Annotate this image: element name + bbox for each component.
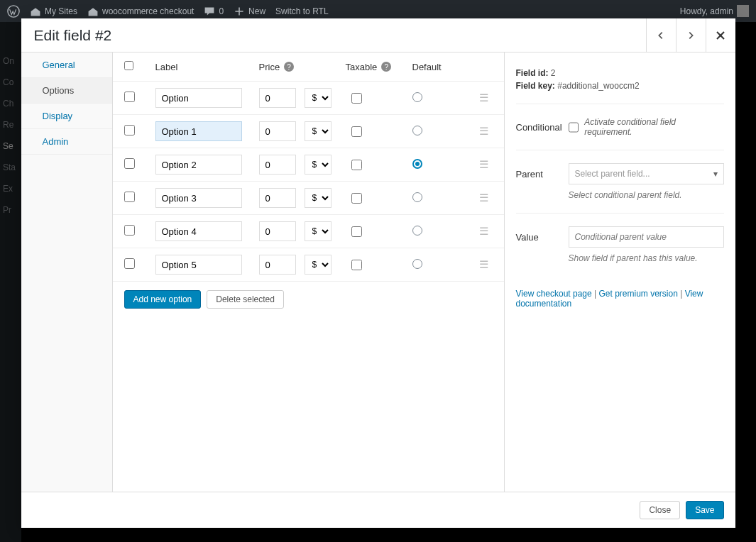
- row-checkbox[interactable]: [124, 158, 135, 169]
- price-input[interactable]: [259, 188, 296, 208]
- new-link[interactable]: New: [234, 6, 265, 17]
- modal-overlay: Edit field #2 General Options Display Ad…: [0, 22, 756, 542]
- price-input[interactable]: [259, 221, 296, 241]
- wordpress-icon[interactable]: [7, 5, 20, 18]
- label-input[interactable]: [155, 121, 242, 141]
- option-row: $ ▾☰: [113, 248, 504, 282]
- chevron-down-icon: ▾: [713, 169, 718, 179]
- taxable-checkbox[interactable]: [351, 126, 362, 137]
- drag-handle-icon[interactable]: ☰: [479, 258, 488, 270]
- avatar: [737, 5, 749, 17]
- currency-select[interactable]: $ ▾: [305, 188, 332, 208]
- help-icon[interactable]: ?: [381, 62, 391, 72]
- view-checkout-link[interactable]: View checkout page: [516, 289, 592, 299]
- tab-admin-label: Admin: [43, 136, 69, 147]
- label-input[interactable]: [155, 88, 242, 108]
- value-input[interactable]: [569, 226, 724, 248]
- next-button[interactable]: [676, 18, 706, 52]
- field-key-label: Field key:: [516, 81, 555, 91]
- drag-handle-icon[interactable]: ☰: [479, 158, 488, 170]
- currency-select[interactable]: $ ▾: [305, 88, 332, 108]
- default-radio[interactable]: [412, 259, 422, 269]
- my-sites-link[interactable]: My Sites: [30, 6, 77, 17]
- price-input[interactable]: [259, 88, 296, 108]
- edit-field-modal: Edit field #2 General Options Display Ad…: [21, 18, 735, 528]
- default-radio[interactable]: [412, 159, 422, 169]
- howdy-link[interactable]: Howdy, admin: [680, 5, 749, 17]
- price-input[interactable]: [259, 121, 296, 141]
- row-checkbox[interactable]: [124, 225, 135, 236]
- drag-handle-icon[interactable]: ☰: [479, 225, 488, 237]
- conditional-checkbox[interactable]: [569, 122, 579, 133]
- tab-options-label: Options: [43, 85, 75, 96]
- taxable-checkbox[interactable]: [351, 193, 362, 204]
- label-input[interactable]: [155, 155, 242, 175]
- currency-select[interactable]: $ ▾: [305, 155, 332, 175]
- get-premium-link[interactable]: Get premium version: [598, 289, 677, 299]
- svg-point-0: [8, 5, 19, 16]
- meta-links: View checkout page | Get premium version…: [516, 289, 724, 309]
- site-link[interactable]: woocommerce checkout: [87, 6, 194, 17]
- rtl-link[interactable]: Switch to RTL: [275, 6, 328, 16]
- taxable-checkbox[interactable]: [351, 160, 362, 170]
- value-hint: Show field if parent has this value.: [569, 253, 724, 263]
- drag-handle-icon[interactable]: ☰: [479, 192, 488, 204]
- help-icon[interactable]: ?: [284, 62, 294, 72]
- tab-admin[interactable]: Admin: [21, 129, 112, 155]
- parent-select[interactable]: Select parent field...▾: [569, 163, 724, 184]
- option-row: $ ▾☰: [113, 182, 504, 215]
- close-footer-button[interactable]: Close: [640, 501, 680, 519]
- field-key-value: #additional_wooccm2: [557, 81, 639, 91]
- taxable-checkbox[interactable]: [351, 93, 362, 104]
- default-radio[interactable]: [412, 92, 422, 102]
- close-button[interactable]: [706, 18, 735, 52]
- label-input[interactable]: [155, 221, 242, 241]
- col-label: Label: [155, 62, 259, 72]
- option-row: $ ▾☰: [113, 82, 504, 115]
- modal-header: Edit field #2: [21, 18, 735, 52]
- conditional-label: Conditional: [516, 122, 560, 133]
- default-radio[interactable]: [412, 126, 422, 136]
- taxable-checkbox[interactable]: [351, 226, 362, 237]
- label-input[interactable]: [155, 255, 242, 275]
- comments-link[interactable]: 0: [204, 6, 224, 17]
- tab-general[interactable]: General: [21, 52, 112, 78]
- field-id-label: Field id:: [516, 68, 549, 78]
- currency-select[interactable]: $ ▾: [305, 121, 332, 141]
- add-option-button[interactable]: Add new option: [124, 290, 202, 309]
- row-checkbox[interactable]: [124, 258, 135, 269]
- price-input[interactable]: [259, 255, 296, 275]
- row-checkbox[interactable]: [124, 92, 135, 102]
- field-id-value: 2: [551, 68, 556, 78]
- col-price: Price: [259, 62, 280, 72]
- comments-count: 0: [219, 6, 224, 16]
- tab-options[interactable]: Options: [21, 78, 112, 104]
- delete-selected-button[interactable]: Delete selected: [207, 290, 284, 309]
- drag-handle-icon[interactable]: ☰: [479, 125, 488, 137]
- save-button[interactable]: Save: [686, 501, 723, 519]
- col-taxable: Taxable: [346, 62, 378, 72]
- row-checkbox[interactable]: [124, 192, 135, 202]
- default-radio[interactable]: [412, 226, 422, 236]
- meta-panel: Field id: 2 Field key: #additional_woocc…: [505, 52, 735, 492]
- parent-hint: Select conditional parent field.: [569, 190, 724, 200]
- default-radio[interactable]: [412, 192, 422, 202]
- parent-label: Parent: [516, 169, 560, 179]
- tab-display[interactable]: Display: [21, 104, 112, 129]
- currency-select[interactable]: $ ▾: [305, 221, 332, 241]
- row-checkbox[interactable]: [124, 125, 135, 136]
- prev-button[interactable]: [646, 18, 676, 52]
- drag-handle-icon[interactable]: ☰: [479, 92, 488, 104]
- howdy-label: Howdy, admin: [680, 6, 733, 16]
- select-all-checkbox[interactable]: [124, 61, 133, 70]
- modal-tabs: General Options Display Admin: [21, 52, 113, 492]
- site-name-label: woocommerce checkout: [102, 6, 194, 16]
- options-panel: Label Price? Taxable? Default $ ▾☰$ ▾☰$ …: [113, 52, 505, 492]
- options-table-header: Label Price? Taxable? Default: [113, 52, 504, 82]
- label-input[interactable]: [155, 188, 242, 208]
- currency-select[interactable]: $ ▾: [305, 255, 332, 275]
- taxable-checkbox[interactable]: [351, 260, 362, 270]
- price-input[interactable]: [259, 155, 296, 175]
- rtl-label: Switch to RTL: [275, 6, 328, 16]
- tab-general-label: General: [43, 60, 75, 70]
